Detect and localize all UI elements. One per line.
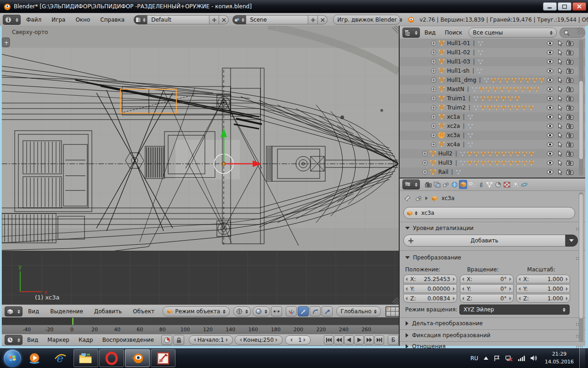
object-name[interactable]: Truim1 [447, 95, 466, 102]
rotation-mode-dropdown[interactable]: XYZ Эйлер [459, 305, 570, 315]
tab-material[interactable] [494, 180, 502, 189]
taskbar-opera-button[interactable] [99, 349, 124, 367]
breadcrumb-object-icon[interactable] [431, 196, 438, 201]
object-name[interactable]: xc1a [447, 114, 460, 120]
object-name[interactable]: Hull1-02 [447, 49, 470, 56]
visibility-eye-icon[interactable] [547, 142, 554, 147]
tab-render-layers[interactable] [433, 180, 441, 189]
visibility-eye-icon[interactable] [547, 41, 554, 46]
expand-icon[interactable] [431, 68, 436, 74]
expand-icon[interactable] [431, 77, 436, 83]
properties-scrollbar[interactable] [579, 192, 583, 342]
expand-icon[interactable] [431, 132, 436, 138]
editor-type-info-button[interactable] [3, 15, 21, 25]
menu-game[interactable]: Игра [47, 17, 70, 23]
scene-add-button[interactable] [308, 15, 318, 24]
corner-grip[interactable] [577, 27, 584, 34]
menu-file[interactable]: Файл [22, 17, 46, 23]
editor-type-outliner-button[interactable] [402, 28, 420, 38]
orientation-dropdown[interactable]: Глобально [336, 306, 381, 316]
object-name[interactable]: Hull1-01 [447, 40, 470, 46]
expand-icon[interactable] [431, 123, 436, 129]
menu-ol-view[interactable]: Вид [420, 29, 440, 36]
renderable-camera-icon[interactable] [566, 68, 573, 74]
selectable-cursor-icon[interactable] [558, 104, 562, 111]
scene-close-button[interactable] [318, 15, 328, 24]
outliner-scrollbar[interactable] [579, 40, 583, 176]
jump-to-end-button[interactable] [374, 335, 384, 345]
object-name[interactable]: Rail [438, 169, 448, 175]
scene-name-field[interactable]: Scene [246, 15, 308, 24]
visibility-eye-icon[interactable] [547, 50, 554, 55]
shading-dropdown[interactable] [253, 306, 270, 316]
expand-icon[interactable] [431, 59, 436, 64]
manipulator-scale-button[interactable] [322, 306, 333, 316]
object-name[interactable]: xc2a [447, 123, 460, 129]
pin-icon[interactable] [404, 195, 411, 201]
editor-type-properties-button[interactable] [402, 179, 420, 190]
network-error-icon[interactable] [505, 355, 513, 362]
panel-grip[interactable] [576, 257, 577, 258]
play-button[interactable] [354, 335, 364, 345]
renderable-camera-icon[interactable] [566, 160, 573, 166]
visibility-eye-icon[interactable] [547, 78, 554, 82]
outliner-item-Truim2[interactable]: Truim2| [400, 103, 585, 112]
renderable-camera-icon[interactable] [566, 151, 573, 156]
panel-grip[interactable] [576, 346, 577, 347]
panel-grip[interactable] [576, 335, 577, 336]
tab-object[interactable] [459, 180, 467, 189]
tab-render[interactable] [424, 180, 432, 189]
tray-expand-icon[interactable] [484, 356, 488, 360]
outliner-item-xc3a[interactable]: xc3a| [400, 131, 585, 140]
current-frame-field[interactable]: 1 [285, 335, 311, 345]
rotation-y-field[interactable]: Y:0° [460, 284, 514, 293]
renderable-camera-icon[interactable] [566, 40, 573, 46]
outliner-item-MastN[interactable]: MastN| [400, 85, 585, 94]
outliner-item-Hull1-sh[interactable]: Hull1-sh| [400, 66, 585, 75]
scale-z-field[interactable]: Z:1.000 [516, 294, 570, 303]
object-name[interactable]: xc3a [447, 132, 460, 138]
outliner-item-Hull1-02[interactable]: Hull1-02| [400, 48, 585, 57]
action-center-flag-icon[interactable] [494, 355, 500, 362]
expand-icon[interactable] [431, 105, 436, 110]
object-name[interactable]: Truim2 [447, 104, 466, 111]
outliner-item-Hull1_dmg[interactable]: Hull1_dmg| [400, 75, 585, 85]
expand-icon[interactable] [431, 142, 436, 147]
selectable-cursor-icon[interactable] [558, 123, 562, 129]
menu-add[interactable]: Добавить [89, 308, 127, 315]
mode-dropdown[interactable]: Режим объекта [163, 306, 230, 316]
current-frame-cursor[interactable] [72, 318, 74, 325]
volume-icon[interactable] [531, 355, 537, 361]
panel-delta-transform[interactable]: Дельта-преобразование [400, 318, 585, 328]
menu-ol-search[interactable]: Поиск [440, 29, 467, 36]
taskbar-ie-button[interactable]: e [48, 349, 73, 367]
selectable-cursor-icon[interactable] [558, 141, 562, 148]
visibility-eye-icon[interactable] [547, 96, 554, 101]
timeline-ruler[interactable]: -40-200204060801001201401601802002202402… [2, 325, 399, 334]
renderable-camera-icon[interactable] [566, 132, 573, 138]
tab-physics[interactable] [520, 180, 528, 189]
selectable-cursor-icon[interactable] [558, 95, 562, 102]
visibility-eye-icon[interactable] [547, 170, 554, 174]
menu-tl-frame[interactable]: Кадр [74, 337, 98, 343]
layer-cell-7[interactable] [391, 312, 395, 316]
lock-time-button[interactable] [173, 335, 184, 345]
renderable-camera-icon[interactable] [566, 142, 573, 147]
expand-icon[interactable] [431, 96, 436, 101]
tab-world[interactable] [450, 180, 458, 189]
visibility-eye-icon[interactable] [547, 59, 554, 64]
language-indicator[interactable]: RU [470, 355, 478, 362]
scene-icon[interactable] [232, 15, 246, 24]
visibility-eye-icon[interactable] [547, 115, 554, 119]
viewport-3d[interactable]: y x Сверху-орто (1) xc3a + [2, 26, 399, 305]
layout-icon[interactable] [134, 15, 147, 24]
outliner-item-xc1a[interactable]: xc1a| [400, 112, 585, 121]
object-name[interactable]: Hull1-03 [447, 58, 470, 65]
selectable-cursor-icon[interactable] [558, 132, 562, 138]
play-reverse-button[interactable] [344, 335, 354, 345]
renderable-camera-icon[interactable] [566, 114, 573, 120]
autokey-record-button[interactable] [161, 335, 172, 345]
object-name[interactable]: Hull2 [438, 150, 452, 157]
layout-add-button[interactable] [209, 15, 219, 24]
outliner-item-Hull1-01[interactable]: Hull1-01| [400, 39, 585, 48]
